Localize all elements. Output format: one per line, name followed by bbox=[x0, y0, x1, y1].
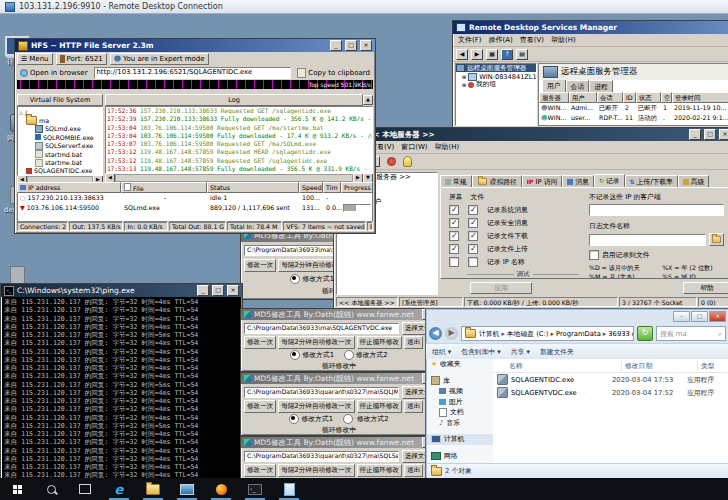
tab-virtual-paths[interactable]: 虚拟路径 bbox=[472, 175, 522, 188]
panel-icon[interactable]: ▤ bbox=[516, 49, 528, 60]
screen-checkbox[interactable] bbox=[449, 244, 459, 254]
connection-row-2[interactable]: ▼ 103.76.106.114:59500 SQLmd.exe 889,120… bbox=[18, 203, 372, 213]
screen-checkbox[interactable] bbox=[449, 257, 459, 267]
auto-modify-button[interactable]: 每隔2分钟自动修改一次 bbox=[278, 336, 354, 349]
menu-help[interactable]: 帮助(H) bbox=[435, 142, 460, 152]
md5-path-input[interactable]: C:\ProgramData\36933\quarant\s0327\ma\SQ… bbox=[244, 451, 399, 462]
modify-once-button[interactable]: 修改一次 bbox=[244, 400, 276, 413]
radio-mode-2[interactable]: 修改方式2 bbox=[344, 350, 388, 360]
back-icon[interactable]: ◀ bbox=[456, 49, 468, 60]
stop-loop-button[interactable]: 停止循环修改 bbox=[357, 400, 403, 413]
vfs-file-root-exe[interactable]: SQLAGENTIDC.exe bbox=[19, 167, 101, 175]
new-folder-button[interactable]: 新建文件夹 bbox=[540, 347, 574, 357]
menu-button[interactable]: ☰Menu bbox=[17, 53, 53, 65]
minimize-icon[interactable]: – bbox=[673, 311, 690, 322]
rds-tree-group[interactable]: ⊞ 我的组 bbox=[456, 81, 536, 89]
md5-path-input[interactable]: C:\ProgramData\36933\ma\SQLAGENTVDC.exe bbox=[244, 323, 399, 334]
maximize-icon[interactable]: □ bbox=[704, 129, 716, 140]
menu-help[interactable]: 帮助(H) bbox=[551, 35, 576, 45]
modify-once-button[interactable]: 修改一次 bbox=[244, 336, 276, 349]
cmd-titlebar[interactable]: ›_ C:\Windows\system32\ping.exe _ □ × bbox=[1, 284, 242, 297]
hfs-log[interactable]: 17:52:36 157.230.210.133:38633 Requested… bbox=[105, 106, 373, 174]
radio-mode-1[interactable]: 修改方式1 bbox=[289, 414, 333, 424]
expand-icon[interactable]: ⊞ bbox=[462, 82, 466, 88]
vfs-file[interactable]: SQLServerf.exe bbox=[19, 142, 101, 150]
minimize-icon[interactable]: _ bbox=[689, 129, 701, 140]
md5-path-input[interactable]: C:\ProgramData\36933\quarant\s0327\ma\SQ… bbox=[244, 387, 399, 398]
minimize-icon[interactable]: _ bbox=[330, 40, 342, 51]
screen-checkbox[interactable] bbox=[449, 218, 459, 228]
remote-desktop-icon[interactable] bbox=[170, 478, 204, 500]
file-row-2[interactable]: SQLAGENTVDC.exe 2020-03-04 17:52 应用程序 bbox=[493, 386, 728, 399]
modify-once-button[interactable]: 修改一次 bbox=[244, 259, 276, 272]
help-button[interactable]: 帮助 bbox=[683, 282, 728, 294]
menu-window[interactable]: 窗口(W) bbox=[401, 142, 427, 152]
md5-titlebar[interactable]: MD5修改工具 By:Oath(靓猫) www.fanwe.net × bbox=[241, 373, 437, 384]
browse-button[interactable] bbox=[709, 233, 724, 246]
apply-button[interactable]: 应用 bbox=[470, 282, 532, 294]
vfs-file[interactable]: SQLROMBIE.exe bbox=[19, 133, 101, 141]
search-icon[interactable] bbox=[34, 478, 68, 500]
breadcrumb-programdata[interactable]: ProgramData bbox=[556, 330, 608, 338]
port-button[interactable]: Port: 6521 bbox=[56, 53, 107, 65]
tab-advanced[interactable]: 高级 bbox=[678, 175, 710, 188]
breadcrumb-36933[interactable]: 36933 bbox=[608, 330, 634, 338]
close-icon[interactable]: × bbox=[709, 311, 726, 322]
task-view-icon[interactable] bbox=[68, 478, 102, 500]
address-bar[interactable]: 计算机 本地磁盘 (C:) ProgramData 36933 ma ▾ bbox=[461, 326, 634, 341]
refresh-icon[interactable]: ↻ bbox=[637, 326, 653, 341]
internet-explorer-icon[interactable]: e bbox=[102, 478, 136, 500]
cmd-output[interactable]: 来自 115.231.120.137 的回复: 字节=32 时间=4ms TTL… bbox=[2, 297, 241, 478]
vfs-folder-ma[interactable]: ma bbox=[19, 116, 101, 124]
menu-view[interactable]: 查看(V) bbox=[520, 35, 544, 45]
copy-to-clipboard-button[interactable]: Copy to clipboard bbox=[294, 67, 373, 79]
file-checkbox[interactable] bbox=[468, 218, 478, 228]
exit-button[interactable]: 退出 bbox=[404, 464, 423, 477]
rds-tree-root[interactable]: 远程桌面服务管理器 bbox=[456, 64, 536, 72]
exclude-ip-input[interactable] bbox=[589, 204, 724, 216]
rds-row-2[interactable]: ☻WIN... user... RDP-T... 11 活动的 . 2020-0… bbox=[539, 113, 728, 123]
expand-icon[interactable]: ⊞ bbox=[462, 74, 466, 80]
stop-loop-button[interactable]: 停止循环修改 bbox=[357, 336, 403, 349]
maximize-icon[interactable]: □ bbox=[691, 311, 708, 322]
url-input[interactable]: http://103.131.2.196:6521/SQLAGENTIDC.ex… bbox=[94, 67, 292, 79]
tab-users[interactable]: 用户 bbox=[542, 80, 566, 92]
start-button[interactable] bbox=[0, 478, 34, 500]
nav-music[interactable]: ♪音乐 bbox=[427, 418, 493, 429]
column-name[interactable]: 名称 bbox=[493, 361, 622, 371]
maximize-icon[interactable]: □ bbox=[345, 40, 357, 51]
minimize-icon[interactable]: _ bbox=[197, 285, 209, 296]
tab-messages[interactable]: 消息 bbox=[562, 175, 594, 188]
nav-computer[interactable]: 计算机 bbox=[427, 434, 493, 445]
maximize-icon[interactable]: □ bbox=[212, 285, 224, 296]
logfile-input[interactable] bbox=[589, 234, 706, 246]
file-checkbox[interactable] bbox=[468, 244, 478, 254]
command-prompt-icon[interactable]: ›_ bbox=[238, 478, 272, 500]
host-rdp-titlebar[interactable]: 103.131.2.196:9910 - Remote Desktop Conn… bbox=[0, 0, 728, 14]
radio-mode-1[interactable]: 修改方式1 bbox=[290, 350, 334, 360]
radio-mode-2[interactable]: 修改方式2 bbox=[343, 414, 389, 424]
scroll-up-icon[interactable]: ▲ bbox=[363, 95, 373, 105]
servu-logo-icon[interactable] bbox=[387, 157, 396, 166]
forward-icon[interactable]: ▶ bbox=[471, 49, 483, 60]
log-pane-header[interactable]: Log bbox=[105, 94, 363, 106]
column-date[interactable]: 修改日期 bbox=[622, 361, 698, 371]
close-icon[interactable]: × bbox=[719, 129, 728, 140]
notepad-icon[interactable] bbox=[272, 478, 306, 500]
organize-button[interactable]: 组织 ▾ bbox=[432, 347, 451, 357]
file-checkbox[interactable] bbox=[468, 205, 478, 215]
enable-log-to-file[interactable]: 启用记录到文件 bbox=[589, 250, 724, 260]
file-row-1[interactable]: SQLAGENTIDC.exe 2020-03-04 17:53 应用程序 bbox=[493, 373, 728, 386]
share-button[interactable]: 共享 ▾ bbox=[511, 347, 530, 357]
include-in-library-button[interactable]: 包含到库中 ▾ bbox=[461, 347, 501, 357]
vfs-file[interactable]: SQLmd.exe bbox=[19, 125, 101, 133]
tree-view-icon[interactable]: ▦ bbox=[486, 49, 498, 60]
menu-file[interactable]: 文件(F) bbox=[458, 35, 482, 45]
connection-row-1[interactable]: ○ 157.230.210.133:38633 - idle 1 100... … bbox=[18, 193, 372, 203]
open-in-browser-button[interactable]: Open in browser bbox=[17, 68, 91, 78]
close-icon[interactable]: × bbox=[360, 40, 372, 51]
stop-loop-button[interactable]: 停止循环修改 bbox=[357, 464, 403, 477]
rds-row-1[interactable]: ☻WIN... Admi... 已断开 2 已断开 1 2019-11-19 1… bbox=[539, 103, 728, 113]
md5-titlebar[interactable]: MD5修改工具 By:Oath(靓猫) www.fanwe.net × bbox=[241, 437, 437, 448]
search-input[interactable]: 搜索 ma ⌕ bbox=[656, 326, 726, 341]
